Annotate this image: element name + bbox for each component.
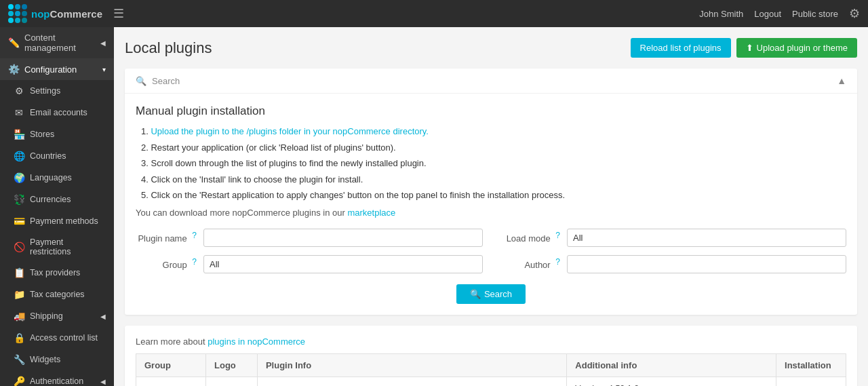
chevron-icon: ◀ [100, 39, 106, 47]
reload-plugins-button[interactable]: Reload list of plugins [631, 38, 731, 58]
content-management-icon: ✏️ [8, 37, 19, 48]
logo: nopCommerce [8, 4, 102, 23]
logo-dots [8, 4, 27, 23]
cell-group: Nop-Station [136, 377, 206, 386]
sidebar-item-settings[interactable]: ⚙ Settings [0, 80, 114, 102]
search-button[interactable]: 🔍 Search [456, 284, 526, 304]
shipping-icon: 🚚 [14, 311, 24, 322]
layout: ✏️ Content management ◀ ⚙️ Configuration… [0, 27, 868, 386]
sidebar-item-payment-methods[interactable]: 💳 Payment methods [0, 210, 114, 232]
cell-additional-info: Version: 4.50.1.0 Author: Nop-Station Te… [567, 377, 776, 386]
collapse-icon[interactable]: ▲ [837, 75, 846, 86]
plugins-table-body: Learn more about plugins in nopCommerce … [125, 326, 857, 387]
dot [8, 18, 14, 23]
sidebar-item-authentication[interactable]: 🔑 Authentication ◀ [0, 370, 114, 386]
group-label: Group ? [136, 257, 197, 270]
sidebar-label: Tax providers [30, 268, 80, 277]
plugin-name-help[interactable]: ? [192, 231, 197, 240]
marketplace-link[interactable]: marketplace [347, 208, 395, 218]
currencies-icon: 💱 [14, 194, 24, 205]
top-nav: nopCommerce ☰ John Smith Logout Public s… [0, 0, 868, 27]
sidebar-label: Content management [24, 33, 95, 53]
col-logo: Logo [206, 353, 258, 377]
sidebar-item-languages[interactable]: 🌍 Languages [0, 167, 114, 189]
install-step-1: Upload the plugin to the /plugins folder… [141, 125, 846, 138]
step-1-link[interactable]: Upload the plugin to the /plugins folder… [151, 126, 428, 136]
tax-categories-icon: 📁 [14, 289, 24, 300]
sidebar-label: Configuration [24, 64, 77, 75]
top-nav-right: John Smith Logout Public store ⚙ [699, 6, 860, 21]
load-mode-select[interactable]: All Installed only Not installed only [567, 229, 846, 247]
install-step-2: Restart your application (or click 'Relo… [141, 141, 846, 155]
sidebar-label: Countries [30, 151, 66, 161]
plugins-nopcommerce-link[interactable]: plugins in nopCommerce [208, 336, 305, 347]
sidebar-item-shipping[interactable]: 🚚 Shipping ◀ [0, 305, 114, 327]
logout-link[interactable]: Logout [754, 9, 781, 19]
author-group: Author ? [499, 255, 846, 273]
plugin-version: Version: 4.50.1.0 [575, 384, 768, 387]
load-mode-help[interactable]: ? [555, 231, 560, 240]
col-plugin-info: Plugin Info [257, 353, 566, 377]
plugin-name-group: Plugin name ? [136, 229, 483, 247]
widgets-icon: 🔧 [14, 354, 24, 365]
dot [15, 18, 20, 23]
sidebar-item-content-management[interactable]: ✏️ Content management ◀ [0, 27, 114, 58]
search-btn-icon: 🔍 [470, 289, 481, 299]
sidebar-item-widgets[interactable]: 🔧 Widgets [0, 349, 114, 370]
plugins-table-card: Learn more about plugins in nopCommerce … [125, 326, 857, 387]
load-mode-group: Load mode ? All Installed only Not insta… [499, 229, 846, 247]
col-additional-info: Additional info [567, 353, 776, 377]
sidebar-item-countries[interactable]: 🌐 Countries [0, 145, 114, 167]
upload-plugin-button[interactable]: ⬆ Upload plugin or theme [736, 38, 857, 58]
plugin-name-input[interactable] [203, 229, 483, 247]
group-select[interactable]: All Nop-Station Payment Shipping [203, 255, 483, 273]
settings-cog-icon[interactable]: ⚙ [849, 6, 860, 21]
install-steps: Upload the plugin to the /plugins folder… [136, 125, 846, 202]
payment-icon: 💳 [14, 216, 24, 227]
main-content: Local plugins Reload list of plugins ⬆ U… [114, 27, 868, 386]
chevron-icon: ◀ [100, 313, 106, 320]
table-body: Nop-Station [136, 377, 846, 386]
sidebar-label: Authentication [30, 377, 83, 386]
configuration-icon: ⚙️ [8, 64, 19, 75]
sidebar: ✏️ Content management ◀ ⚙️ Configuration… [0, 27, 114, 386]
filter-grid: Plugin name ? Load mode ? All Installed … [136, 229, 846, 273]
author-help[interactable]: ? [555, 257, 560, 267]
auth-icon: 🔑 [14, 376, 24, 386]
sidebar-label: Payment methods [30, 216, 98, 226]
manual-title: Manual plugin installation [136, 104, 846, 118]
sidebar-item-currencies[interactable]: 💱 Currencies [0, 189, 114, 210]
col-installation: Installation [776, 353, 846, 377]
dot [8, 4, 14, 9]
search-card: 🔍 Search ▲ Manual plugin installation Up… [125, 69, 857, 315]
sidebar-item-access-control[interactable]: 🔒 Access control list [0, 327, 114, 349]
install-step-5: Click on the 'Restart application to app… [141, 189, 846, 202]
sidebar-item-payment-restrictions[interactable]: 🚫 Payment restrictions [0, 232, 114, 262]
sidebar-item-email-accounts[interactable]: ✉ Email accounts [0, 102, 114, 123]
table-row: Nop-Station [136, 377, 846, 386]
load-mode-label: Load mode ? [499, 231, 560, 244]
upload-icon: ⬆ [746, 43, 753, 53]
search-btn-row: 🔍 Search [136, 284, 846, 304]
public-store-link[interactable]: Public store [792, 9, 838, 19]
sidebar-item-stores[interactable]: 🏪 Stores [0, 123, 114, 145]
page-title: Local plugins [125, 39, 212, 57]
chevron-icon: ▾ [102, 66, 106, 73]
sidebar-item-tax-providers[interactable]: 📋 Tax providers [0, 262, 114, 284]
author-input[interactable] [567, 255, 846, 273]
sidebar-configuration-sub: ⚙ Settings ✉ Email accounts 🏪 Stores 🌐 C… [0, 80, 114, 386]
cell-installation: Install Delete [776, 377, 846, 386]
plugins-table: Group Logo Plugin Info Additional info I… [136, 353, 846, 387]
card-body: Manual plugin installation Upload the pl… [125, 94, 857, 315]
sidebar-item-configuration[interactable]: ⚙️ Configuration ▾ [0, 58, 114, 80]
sidebar-item-tax-categories[interactable]: 📁 Tax categories [0, 284, 114, 305]
search-label: Search [152, 76, 180, 86]
group-group: Group ? All Nop-Station Payment Shipping [136, 255, 483, 273]
menu-toggle-icon[interactable]: ☰ [113, 6, 124, 21]
card-header-left: 🔍 Search [136, 76, 180, 86]
table-header: Group Logo Plugin Info Additional info I… [136, 353, 846, 377]
group-help[interactable]: ? [192, 257, 197, 267]
logo-nop: nop [31, 8, 50, 20]
cell-logo: SMS.to [206, 377, 258, 386]
card-header[interactable]: 🔍 Search ▲ [125, 69, 857, 94]
